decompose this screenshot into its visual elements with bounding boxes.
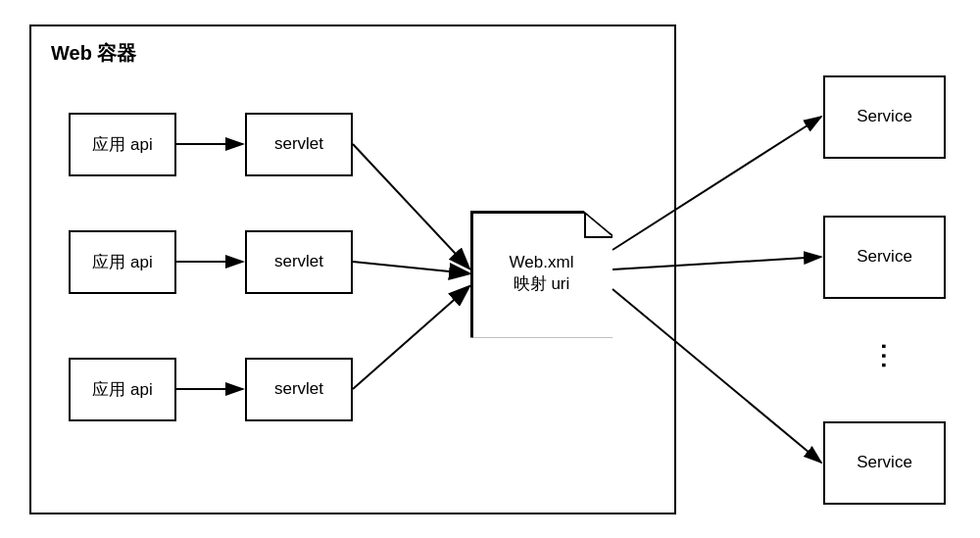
webxml-box: Web.xml 映射 uri [470, 211, 612, 338]
servlet-box-2: servlet [245, 230, 353, 294]
service-box-1: Service [823, 75, 946, 159]
app-api-box-2: 应用 api [69, 230, 176, 294]
service-box-2: Service [823, 216, 946, 299]
servlet-box-1: servlet [245, 113, 353, 176]
app-api-box-1: 应用 api [69, 113, 176, 176]
app-api-box-3: 应用 api [69, 358, 176, 421]
diagram-wrapper: Web 容器 应用 api 应用 api 应用 api servlet serv… [20, 15, 960, 524]
web-container-label: Web 容器 [51, 40, 136, 67]
servlet-box-3: servlet [245, 358, 353, 421]
ellipsis-dots: ··· [870, 343, 898, 371]
service-box-3: Service [823, 421, 946, 505]
